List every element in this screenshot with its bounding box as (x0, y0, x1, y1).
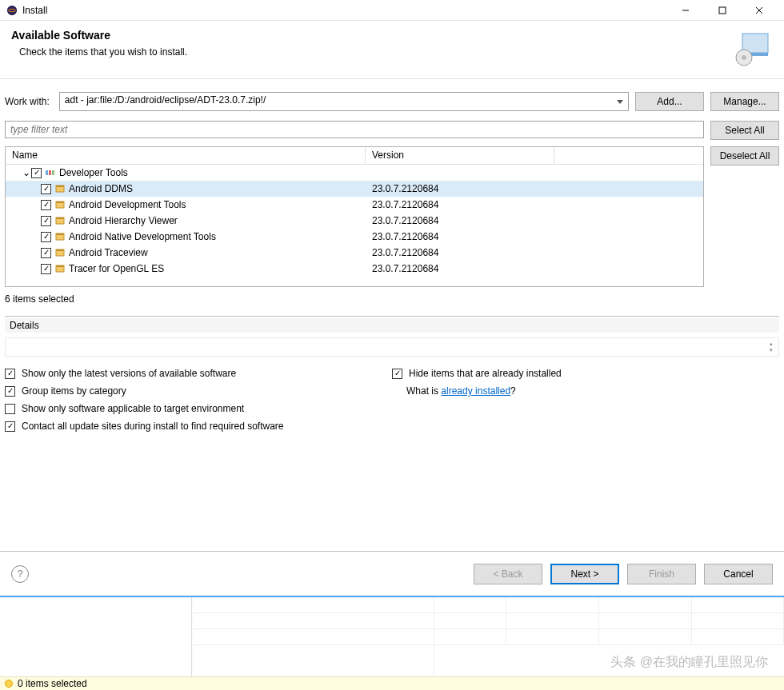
item-version: 23.0.7.2120684 (366, 231, 554, 242)
page-title: Available Software (11, 29, 734, 42)
contact-sites-checkbox[interactable] (5, 421, 15, 432)
svg-rect-18 (56, 217, 64, 219)
close-button[interactable] (741, 0, 778, 21)
wizard-header: Available Software Check the items that … (0, 21, 784, 79)
tree-item[interactable]: Android Native Development Tools23.0.7.2… (6, 229, 703, 245)
item-checkbox[interactable] (41, 216, 51, 226)
col-name[interactable]: Name (6, 147, 366, 164)
group-category-checkbox[interactable] (5, 386, 15, 397)
svg-rect-24 (56, 265, 64, 267)
svg-rect-10 (46, 170, 48, 175)
latest-label: Show only the latest versions of availab… (22, 368, 236, 379)
item-label: Tracer for OpenGL ES (69, 263, 164, 274)
manage-button[interactable]: Manage... (710, 92, 779, 111)
item-version: 23.0.7.2120684 (366, 263, 554, 274)
item-checkbox[interactable] (41, 200, 51, 210)
item-label: Android Native Development Tools (69, 231, 216, 242)
details-box[interactable]: ▴▾ (5, 337, 779, 357)
maximize-button[interactable] (704, 0, 741, 21)
chevron-down-icon[interactable]: ⌄ (22, 167, 31, 178)
details-label: Details (5, 318, 779, 333)
work-with-combo[interactable]: adt - jar:file:/D:/android/eclipse/ADT-2… (59, 92, 629, 111)
svg-rect-11 (49, 170, 51, 175)
group-label: Developer Tools (59, 167, 128, 178)
software-tree: Name Version ⌄Developer ToolsAndroid DDM… (5, 146, 704, 287)
next-button[interactable]: Next > (550, 564, 619, 584)
applicable-checkbox[interactable] (5, 404, 15, 414)
selection-count: 6 items selected (0, 287, 784, 316)
contact-sites-label: Contact all update sites during install … (22, 421, 284, 432)
item-label: Android DDMS (69, 183, 133, 194)
status-bar: 0 items selected (0, 676, 784, 690)
item-version: 23.0.7.2120684 (366, 215, 554, 226)
work-with-row: Work with: adt - jar:file:/D:/android/ec… (0, 79, 784, 121)
item-label: Android Traceview (69, 247, 148, 258)
tree-header: Name Version (6, 147, 703, 165)
options-grid: Show only the latest versions of availab… (0, 357, 784, 437)
hide-installed-checkbox[interactable] (392, 369, 402, 379)
whatis-text: What is already installed? (406, 385, 516, 397)
warning-icon (5, 680, 13, 688)
finish-button[interactable]: Finish (627, 564, 696, 584)
group-checkbox[interactable] (31, 168, 42, 178)
item-checkbox[interactable] (41, 248, 51, 258)
wizard-footer: ? < Back Next > Finish Cancel (0, 551, 784, 596)
hide-installed-label: Hide items that are already installed (409, 368, 562, 379)
deselect-all-button[interactable]: Deselect All (710, 146, 779, 166)
minimize-button[interactable] (667, 0, 704, 21)
item-version: 23.0.7.2120684 (366, 247, 554, 258)
svg-point-9 (742, 55, 746, 60)
applicable-label: Show only software applicable to target … (22, 403, 244, 414)
col-version[interactable]: Version (366, 147, 554, 164)
svg-rect-22 (56, 249, 64, 251)
svg-rect-12 (52, 170, 54, 175)
titlebar: Install (0, 0, 784, 21)
cancel-button[interactable]: Cancel (704, 564, 773, 584)
page-subtitle: Check the items that you wish to install… (11, 46, 734, 58)
filter-input[interactable] (5, 121, 704, 138)
tree-item[interactable]: Android Traceview23.0.7.2120684 (6, 245, 703, 261)
tree-item[interactable]: Android Development Tools23.0.7.2120684 (6, 197, 703, 213)
back-button[interactable]: < Back (474, 564, 542, 584)
item-checkbox[interactable] (41, 184, 51, 194)
bottom-panel: 头条 @在我的瞳孔里照见你 0 items selected (0, 596, 784, 690)
latest-checkbox[interactable] (5, 369, 15, 379)
tree-item[interactable]: Tracer for OpenGL ES23.0.7.2120684 (6, 261, 703, 277)
svg-rect-14 (56, 185, 64, 187)
item-label: Android Development Tools (69, 199, 186, 210)
svg-rect-16 (56, 201, 64, 203)
bottom-left-pane (0, 597, 192, 678)
details-spinner[interactable]: ▴▾ (766, 339, 777, 355)
already-installed-link[interactable]: already installed (441, 385, 510, 397)
svg-rect-3 (719, 7, 726, 14)
item-checkbox[interactable] (41, 264, 51, 274)
item-version: 23.0.7.2120684 (366, 183, 554, 194)
work-with-label: Work with: (5, 96, 53, 107)
tree-item[interactable]: Android DDMS23.0.7.2120684 (6, 181, 703, 197)
tree-item[interactable]: Android Hierarchy Viewer23.0.7.2120684 (6, 213, 703, 229)
select-all-button[interactable]: Select All (710, 121, 779, 140)
add-button[interactable]: Add... (635, 92, 704, 111)
watermark: 头条 @在我的瞳孔里照见你 (610, 654, 768, 671)
eclipse-icon (6, 5, 18, 16)
details-section: Details ▴▾ (5, 316, 779, 357)
item-version: 23.0.7.2120684 (366, 199, 554, 210)
item-label: Android Hierarchy Viewer (69, 215, 178, 226)
window-title: Install (22, 5, 667, 16)
group-category-label: Group items by category (22, 385, 126, 397)
tree-group[interactable]: ⌄Developer Tools (6, 165, 703, 181)
help-button[interactable]: ? (11, 565, 29, 583)
item-checkbox[interactable] (41, 232, 51, 242)
status-text: 0 items selected (18, 678, 87, 689)
install-wizard-icon (734, 29, 773, 67)
svg-rect-20 (56, 233, 64, 235)
